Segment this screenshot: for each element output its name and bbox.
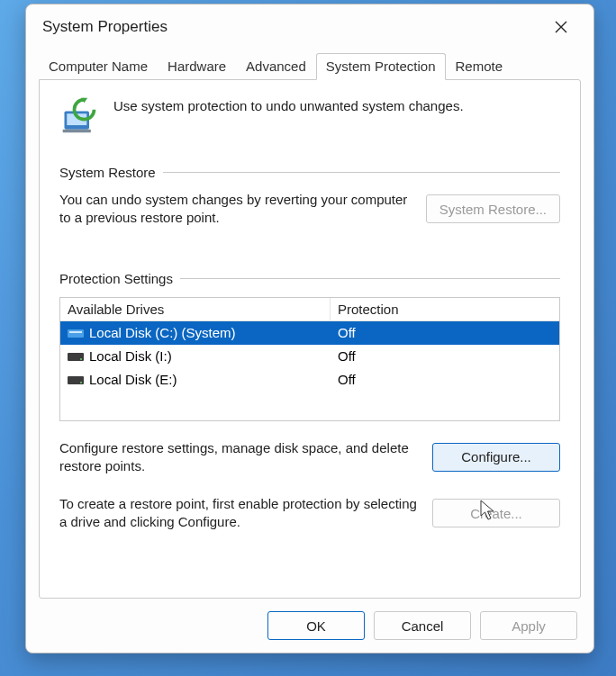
drive-table[interactable]: Available Drives Protection Local Disk (… [59, 297, 560, 421]
create-desc: To create a restore point, first enable … [59, 495, 420, 532]
dialog-footer: OK Cancel Apply [26, 599, 593, 653]
drive-label: Local Disk (I:) [89, 348, 172, 364]
drive-icon [68, 374, 84, 386]
svg-point-8 [80, 382, 82, 383]
intro-row: Use system protection to undo unwanted s… [59, 96, 560, 136]
tab-panel-system-protection: Use system protection to undo unwanted s… [39, 79, 581, 599]
drive-icon [68, 350, 84, 363]
system-restore-group: System Restore You can undo system chang… [59, 165, 560, 228]
table-row[interactable]: Local Disk (C:) (System) Off [60, 321, 559, 345]
svg-rect-3 [68, 329, 84, 338]
tab-system-protection[interactable]: System Protection [316, 53, 446, 80]
tab-hardware[interactable]: Hardware [158, 53, 236, 79]
group-label-protection: Protection Settings [59, 271, 173, 286]
table-head: Available Drives Protection [60, 298, 559, 321]
table-row[interactable]: Local Disk (I:) Off [60, 345, 559, 368]
tab-advanced[interactable]: Advanced [236, 53, 316, 79]
close-icon [554, 20, 568, 34]
apply-button[interactable]: Apply [480, 611, 577, 640]
system-restore-button[interactable]: System Restore... [426, 194, 560, 223]
drive-protection: Off [331, 348, 559, 364]
configure-row: Configure restore settings, manage disk … [59, 439, 560, 476]
svg-point-6 [80, 358, 82, 360]
drive-protection: Off [331, 325, 559, 340]
drive-protection: Off [331, 372, 559, 387]
group-header-restore: System Restore [59, 165, 560, 180]
create-button[interactable]: Create... [432, 499, 560, 527]
table-spacer [60, 392, 559, 420]
col-header-protection[interactable]: Protection [331, 298, 559, 320]
col-header-drives[interactable]: Available Drives [60, 298, 331, 320]
intro-text: Use system protection to undo unwanted s… [113, 96, 560, 113]
restore-desc: You can undo system changes by reverting… [59, 191, 413, 228]
svg-rect-2 [63, 130, 91, 133]
cancel-button[interactable]: Cancel [374, 611, 471, 640]
close-button[interactable] [543, 9, 579, 45]
group-header-protection: Protection Settings [59, 271, 560, 286]
divider [163, 172, 560, 173]
restore-row: You can undo system changes by reverting… [59, 191, 560, 228]
tab-computer-name[interactable]: Computer Name [39, 53, 158, 79]
drive-label: Local Disk (C:) (System) [89, 325, 236, 340]
configure-button[interactable]: Configure... [432, 443, 560, 472]
ok-button[interactable]: OK [267, 611, 365, 640]
tab-remote[interactable]: Remote [446, 53, 513, 79]
table-row[interactable]: Local Disk (E:) Off [60, 368, 559, 392]
protection-settings-group: Protection Settings Available Drives Pro… [59, 271, 560, 532]
configure-desc: Configure restore settings, manage disk … [59, 439, 420, 476]
svg-rect-4 [69, 331, 82, 333]
drive-label: Local Disk (E:) [89, 372, 177, 387]
create-row: To create a restore point, first enable … [59, 495, 560, 532]
system-properties-dialog: System Properties Computer Name Hardware… [25, 4, 594, 653]
titlebar: System Properties [26, 5, 593, 48]
system-drive-icon [68, 327, 84, 339]
divider [180, 278, 560, 279]
tab-strip: Computer Name Hardware Advanced System P… [39, 53, 581, 79]
group-label-restore: System Restore [59, 165, 156, 180]
restore-icon [59, 96, 99, 136]
window-title: System Properties [42, 18, 543, 36]
